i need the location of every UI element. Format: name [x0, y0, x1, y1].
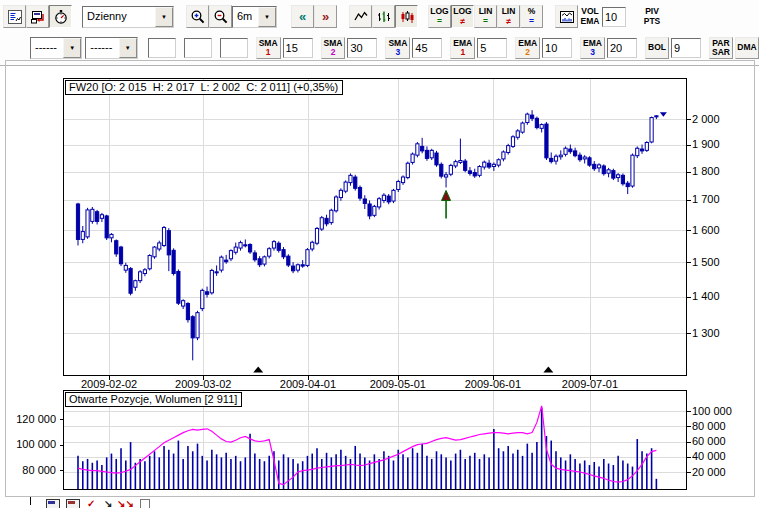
candle: [655, 116, 658, 117]
candle: [248, 245, 251, 252]
candle: [569, 149, 572, 152]
candle: [425, 150, 428, 158]
chart-canvas[interactable]: [0, 0, 759, 508]
candle: [320, 218, 323, 229]
candle: [282, 250, 285, 257]
candle: [301, 265, 304, 266]
candle: [540, 125, 543, 129]
candle: [91, 209, 94, 221]
candle: [148, 256, 151, 269]
candle: [162, 228, 165, 246]
candle: [143, 270, 146, 274]
candle: [191, 317, 194, 338]
candle: [110, 234, 113, 237]
candle: [105, 216, 108, 238]
candle: [650, 118, 653, 142]
confirm-button[interactable]: ✓: [87, 499, 95, 508]
candle: [100, 215, 103, 219]
candle: [234, 247, 237, 252]
candle: [258, 259, 261, 265]
candle: [507, 146, 510, 153]
candle: [406, 163, 409, 177]
alert-arrows-button[interactable]: ↘↘: [117, 499, 134, 508]
candle: [210, 270, 213, 292]
candle: [287, 256, 290, 265]
candle: [368, 204, 371, 216]
candle: [277, 243, 280, 250]
candle: [440, 164, 443, 176]
candle: [306, 250, 309, 266]
candle: [315, 228, 318, 243]
candle: [626, 183, 629, 186]
candle: [631, 155, 634, 186]
save-layout-button[interactable]: [46, 499, 60, 508]
candle: [196, 313, 199, 338]
candlesticks: [76, 110, 658, 360]
expiry-triangle-marker: [543, 367, 553, 373]
candle: [96, 212, 99, 222]
candle: [421, 146, 424, 150]
panel-frames: [64, 79, 687, 490]
candle: [382, 195, 385, 200]
candle: [574, 151, 577, 156]
candle: [268, 249, 271, 256]
candle: [411, 154, 414, 162]
candle: [335, 197, 338, 211]
candle: [244, 245, 247, 246]
candle: [597, 165, 600, 168]
candle: [344, 182, 347, 191]
candle: [416, 144, 419, 155]
candle: [172, 250, 175, 273]
candle: [373, 206, 376, 215]
candle: [588, 158, 591, 165]
candle: [492, 164, 495, 166]
candle: [139, 272, 142, 281]
candle: [158, 243, 161, 249]
candle: [578, 155, 581, 160]
candle: [325, 218, 328, 223]
candle: [311, 242, 314, 249]
candle: [119, 247, 122, 264]
candle: [607, 170, 610, 173]
candle: [401, 177, 404, 183]
candle: [593, 164, 596, 168]
candle: [167, 231, 170, 255]
candle: [205, 292, 208, 294]
candle: [378, 199, 381, 207]
candle: [363, 199, 366, 203]
candle: [444, 175, 447, 177]
candle: [478, 167, 481, 176]
candle: [487, 163, 490, 167]
candle: [554, 156, 557, 161]
candle: [186, 304, 189, 320]
candle: [473, 173, 476, 176]
candle: [134, 281, 137, 288]
candle: [521, 123, 524, 132]
candle: [545, 124, 548, 158]
candle: [182, 301, 185, 306]
candle: [497, 160, 500, 165]
candle: [263, 257, 266, 264]
status-icon-bar: ✓ ↘ ↘↘: [0, 497, 759, 508]
candle: [272, 242, 275, 248]
axis-ticks: [60, 120, 691, 473]
candle: [153, 247, 156, 257]
candle: [535, 118, 538, 127]
candle: [124, 265, 127, 270]
document-button[interactable]: [140, 499, 150, 508]
buy-signal-arrow: [442, 190, 451, 218]
candle: [292, 266, 295, 271]
expiry-triangle-marker: [253, 367, 263, 373]
candle: [201, 290, 204, 308]
candle: [86, 210, 89, 237]
candle: [640, 149, 643, 151]
candle: [464, 161, 467, 170]
candle: [339, 190, 342, 197]
candle: [81, 232, 84, 240]
sort-arrow-button[interactable]: ↘: [104, 499, 112, 508]
candle: [621, 175, 624, 183]
candle: [617, 175, 620, 178]
expiry-markers: [253, 367, 553, 373]
load-layout-button[interactable]: [66, 499, 80, 508]
volume-bars: [78, 408, 656, 489]
